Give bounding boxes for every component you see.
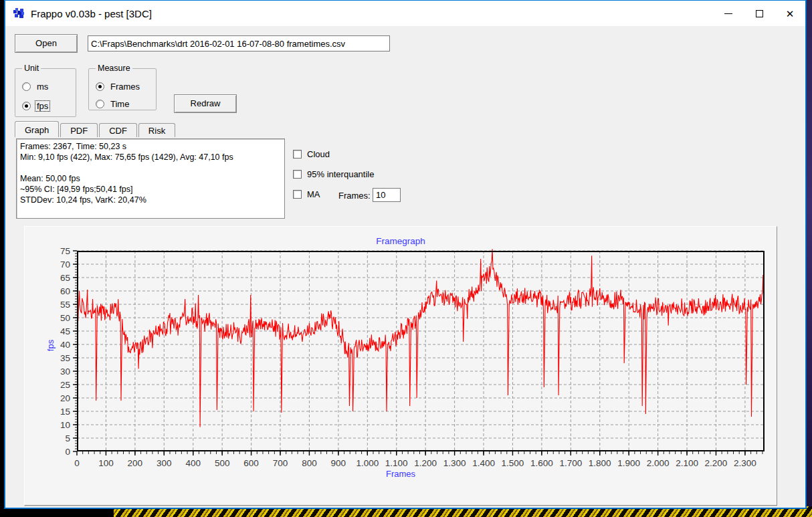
stats-line: ~95% CI: [49,59 fps;50,41 fps] — [20, 184, 281, 195]
cloud-checkbox[interactable] — [293, 150, 302, 159]
stats-line — [20, 163, 281, 173]
svg-text:1.400: 1.400 — [472, 458, 495, 468]
stats-line: Min: 9,10 fps (422), Max: 75,65 fps (142… — [20, 152, 281, 163]
minimize-button[interactable] — [713, 1, 744, 26]
svg-text:2.300: 2.300 — [734, 458, 756, 468]
radio-frames[interactable]: Frames — [96, 82, 150, 92]
tab-strip: GraphPDFCDFRisk — [15, 121, 177, 137]
svg-text:1.100: 1.100 — [385, 458, 408, 468]
measure-groupbox: Measure Frames Time — [88, 64, 157, 110]
open-button[interactable]: Open — [15, 34, 78, 53]
cloud-checkbox-row[interactable]: Cloud — [293, 149, 330, 159]
svg-text:0: 0 — [74, 458, 80, 468]
cloud-label[interactable]: Cloud — [307, 149, 330, 159]
redraw-button[interactable]: Redraw — [174, 94, 237, 113]
radio-frames-circle[interactable] — [96, 82, 104, 91]
svg-text:25: 25 — [60, 380, 70, 390]
svg-text:30: 30 — [60, 367, 70, 377]
radio-ms-circle[interactable] — [22, 82, 31, 91]
radio-time[interactable]: Time — [96, 99, 150, 109]
svg-text:600: 600 — [243, 458, 259, 468]
ma-checkbox-row[interactable]: MA — [293, 189, 320, 199]
svg-text:1.300: 1.300 — [443, 458, 466, 468]
radio-frames-label[interactable]: Frames — [109, 82, 141, 92]
title-bar[interactable]: Frappo v0.03b - pest [3DC] ✕ — [5, 1, 805, 26]
radio-ms-label[interactable]: ms — [35, 82, 49, 92]
svg-text:60: 60 — [60, 286, 70, 296]
svg-text:55: 55 — [60, 300, 70, 310]
tab-pdf[interactable]: PDF — [60, 123, 98, 137]
framegraph-plot: 0510152025303540455055606570750100200300… — [77, 251, 765, 451]
tab-cdf[interactable]: CDF — [99, 123, 137, 137]
svg-text:200: 200 — [128, 458, 143, 468]
svg-text:35: 35 — [60, 353, 70, 363]
stats-box: Frames: 2367, Time: 50,23 sMin: 9,10 fps… — [16, 138, 285, 219]
y-axis-label: fps — [45, 340, 56, 351]
svg-text:500: 500 — [215, 458, 230, 468]
svg-text:1.500: 1.500 — [502, 458, 524, 468]
svg-text:2.200: 2.200 — [705, 458, 728, 468]
svg-text:300: 300 — [157, 458, 172, 468]
radio-fps-circle[interactable] — [22, 102, 31, 110]
desktop-wallpaper-right — [805, 0, 812, 517]
tab-graph[interactable]: Graph — [15, 121, 59, 137]
interquantile-checkbox-row[interactable]: 95% interquantile — [293, 169, 374, 179]
unit-groupbox: Unit ms fps — [15, 64, 76, 117]
svg-text:900: 900 — [331, 458, 346, 468]
measure-group-label: Measure — [96, 64, 132, 73]
stats-line: Frames: 2367, Time: 50,23 s — [20, 141, 281, 152]
svg-text:2.100: 2.100 — [676, 458, 698, 468]
svg-text:400: 400 — [185, 458, 201, 468]
x-axis-label: Frames — [25, 469, 777, 479]
ma-label[interactable]: MA — [307, 189, 320, 199]
svg-text:50: 50 — [60, 313, 70, 323]
svg-text:1.000: 1.000 — [356, 458, 379, 468]
svg-text:1.700: 1.700 — [559, 458, 582, 468]
tab-risk[interactable]: Risk — [138, 123, 175, 137]
svg-text:5: 5 — [65, 433, 70, 443]
svg-text:700: 700 — [273, 458, 288, 468]
ma-checkbox[interactable] — [293, 190, 302, 199]
interquantile-checkbox[interactable] — [293, 170, 302, 179]
stats-line: STDDev: 10,24 fps, VarK: 20,47% — [20, 195, 281, 205]
svg-text:40: 40 — [60, 340, 70, 350]
radio-fps[interactable]: fps — [22, 101, 70, 111]
stats-line: Mean: 50,00 fps — [20, 173, 281, 184]
maximize-icon — [756, 10, 763, 17]
interquantile-label[interactable]: 95% interquantile — [307, 169, 374, 179]
svg-text:20: 20 — [60, 393, 70, 403]
svg-text:45: 45 — [60, 326, 70, 336]
file-path-input[interactable] — [88, 35, 390, 51]
svg-text:1.600: 1.600 — [530, 458, 553, 468]
svg-text:15: 15 — [60, 407, 70, 417]
app-icon — [12, 7, 25, 20]
svg-text:1.200: 1.200 — [414, 458, 437, 468]
radio-time-circle[interactable] — [96, 100, 104, 108]
svg-text:75: 75 — [60, 246, 70, 256]
radio-fps-label[interactable]: fps — [35, 101, 49, 111]
chart-title: Framegraph — [25, 236, 777, 246]
svg-text:65: 65 — [60, 273, 70, 283]
window-title: Frappo v0.03b - pest [3DC] — [31, 8, 152, 19]
svg-text:1.800: 1.800 — [589, 458, 611, 468]
minimize-icon — [724, 13, 732, 14]
close-button[interactable]: ✕ — [775, 1, 805, 26]
svg-text:100: 100 — [98, 458, 114, 468]
app-window: Frappo v0.03b - pest [3DC] ✕ Open Unit m… — [5, 0, 806, 508]
radio-ms[interactable]: ms — [22, 82, 70, 92]
radio-time-label[interactable]: Time — [109, 99, 130, 109]
svg-text:0: 0 — [65, 447, 70, 457]
svg-text:1.900: 1.900 — [617, 458, 640, 468]
client-area: Open Unit ms fps Measure Frames Time — [5, 26, 805, 508]
ma-frames-input[interactable] — [373, 188, 401, 202]
close-icon: ✕ — [786, 9, 795, 19]
svg-text:800: 800 — [302, 458, 317, 468]
svg-text:2.000: 2.000 — [647, 458, 670, 468]
ma-frames-label: Frames: — [338, 191, 371, 201]
svg-text:10: 10 — [60, 420, 70, 430]
svg-text:70: 70 — [60, 260, 70, 270]
maximize-button[interactable] — [744, 1, 775, 26]
chart-panel: Framegraph fps Frames 051015202530354045… — [24, 226, 777, 506]
unit-group-label: Unit — [22, 64, 41, 73]
